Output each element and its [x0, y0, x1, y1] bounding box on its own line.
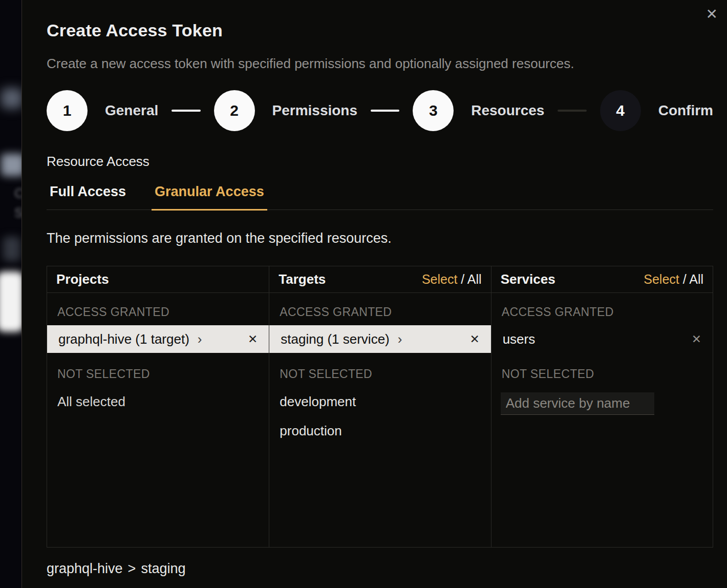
- step-resources[interactable]: 3 Resources: [413, 90, 544, 131]
- step-confirm-circle: 4: [600, 90, 641, 131]
- tab-full-access[interactable]: Full Access: [47, 182, 129, 211]
- breadcrumb-separator: >: [123, 561, 141, 576]
- projects-all-selected-note: All selected: [47, 387, 269, 416]
- remove-project-icon[interactable]: ✕: [248, 332, 258, 346]
- step-permissions[interactable]: 2 Permissions: [214, 90, 358, 131]
- projects-column-header: Projects: [47, 266, 269, 293]
- background-page-strip: C S: [0, 0, 22, 588]
- modal-title: Create Access Token: [47, 20, 713, 40]
- step-permissions-label: Permissions: [272, 102, 358, 119]
- granted-service-label: users: [503, 331, 536, 347]
- add-service-input[interactable]: [501, 392, 654, 415]
- projects-access-granted-label: ACCESS GRANTED: [47, 293, 269, 325]
- targets-access-granted-label: ACCESS GRANTED: [269, 293, 490, 325]
- resource-selection-table: Projects ACCESS GRANTED graphql-hive (1 …: [47, 266, 713, 548]
- step-connector: [371, 110, 399, 112]
- targets-link-divider: /: [457, 272, 467, 286]
- services-not-selected-label: NOT SELECTED: [491, 353, 713, 387]
- resource-breadcrumb: graphql-hive>staging: [47, 561, 713, 577]
- targets-column: Targets Select / All ACCESS GRANTED stag…: [269, 266, 490, 547]
- blurred-background-text: S: [14, 205, 22, 221]
- targets-select-link[interactable]: Select: [422, 272, 457, 286]
- resource-access-tabs: Full Access Granular Access: [47, 182, 713, 210]
- target-item-development[interactable]: development: [269, 387, 490, 416]
- blurred-background-text: C: [14, 185, 22, 201]
- projects-column-title: Projects: [56, 271, 109, 287]
- step-confirm[interactable]: 4 Confirm: [600, 90, 713, 131]
- projects-not-selected-label: NOT SELECTED: [47, 353, 269, 387]
- target-item-production[interactable]: production: [269, 416, 490, 446]
- chevron-right-icon: ›: [398, 331, 402, 347]
- close-icon[interactable]: ✕: [706, 7, 718, 22]
- targets-all-link[interactable]: All: [467, 272, 482, 286]
- breadcrumb-target[interactable]: staging: [141, 561, 185, 576]
- services-all-link[interactable]: All: [689, 272, 703, 286]
- step-general-label: General: [105, 102, 158, 119]
- step-general[interactable]: 1 General: [47, 90, 158, 131]
- services-column-header: Services Select / All: [491, 266, 713, 293]
- wizard-stepper: 1 General 2 Permissions 3 Resources 4 Co…: [47, 90, 713, 131]
- services-select-links: Select / All: [644, 272, 703, 287]
- projects-column: Projects ACCESS GRANTED graphql-hive (1 …: [47, 266, 269, 547]
- targets-select-links: Select / All: [422, 272, 482, 287]
- modal-subtitle: Create a new access token with specified…: [47, 56, 713, 72]
- step-permissions-circle: 2: [214, 90, 255, 131]
- resource-access-heading: Resource Access: [47, 154, 713, 170]
- remove-service-icon[interactable]: ✕: [692, 332, 701, 346]
- tab-granular-access[interactable]: Granular Access: [152, 182, 267, 211]
- step-connector: [172, 110, 200, 112]
- services-access-granted-label: ACCESS GRANTED: [491, 293, 713, 325]
- granted-target-label: staging (1 service): [281, 331, 389, 347]
- targets-not-selected-label: NOT SELECTED: [269, 353, 490, 387]
- blurred-background-blob: [1, 154, 22, 176]
- granted-project-label: graphql-hive (1 target): [58, 331, 189, 347]
- blurred-background-blob: [1, 88, 22, 109]
- granted-service-row[interactable]: users ✕: [491, 325, 713, 353]
- breadcrumb-project[interactable]: graphql-hive: [47, 561, 123, 576]
- services-select-link[interactable]: Select: [644, 272, 679, 286]
- remove-target-icon[interactable]: ✕: [469, 332, 479, 346]
- step-confirm-label: Confirm: [658, 102, 713, 119]
- chevron-right-icon: ›: [198, 331, 202, 347]
- targets-column-title: Targets: [279, 271, 326, 287]
- services-column: Services Select / All ACCESS GRANTED use…: [491, 266, 713, 547]
- services-link-divider: /: [679, 272, 689, 286]
- granted-target-row[interactable]: staging (1 service) › ✕: [269, 325, 490, 353]
- granular-access-description: The permissions are granted on the speci…: [47, 230, 713, 246]
- step-connector: [558, 110, 586, 112]
- step-resources-label: Resources: [471, 102, 544, 119]
- step-resources-circle: 3: [413, 90, 454, 131]
- services-column-title: Services: [501, 271, 555, 287]
- create-access-token-modal: ✕ Create Access Token Create a new acces…: [22, 0, 727, 588]
- granted-project-row[interactable]: graphql-hive (1 target) › ✕: [47, 325, 269, 353]
- step-general-circle: 1: [47, 90, 88, 131]
- targets-column-header: Targets Select / All: [269, 266, 490, 293]
- blurred-background-button: [0, 271, 22, 332]
- blurred-background-blob: [3, 237, 20, 261]
